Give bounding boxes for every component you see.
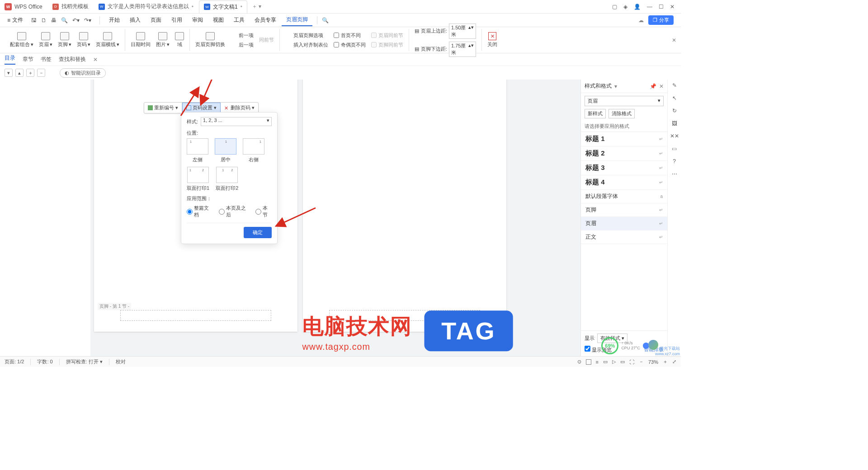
footer-area[interactable] [120,310,271,321]
tab-templates[interactable]: D 找稻壳模板 [48,0,93,13]
new-style-button[interactable]: 新样式 [585,109,606,118]
header-top-margin[interactable]: ▤页眉上边距:1.50厘米▴▾ [415,24,476,39]
tab-doc-1[interactable]: W 文字是人类用符号记录表达信息以 • [94,0,198,13]
clear-format-button[interactable]: 清除格式 [609,109,635,118]
position-center[interactable]: 1居中 [215,138,236,163]
focus-icon[interactable]: ⊙ [577,359,581,365]
toc-up[interactable]: ▴ [15,69,24,77]
toc-dropdown[interactable]: ▾ [5,69,13,77]
pagenum-button[interactable]: 页码 ▾ [77,32,90,48]
smart-toc-button[interactable]: ◐ 智能识别目录 [60,68,106,78]
field-button[interactable]: 域 [175,32,184,48]
refresh-icon[interactable]: ↻ [672,108,677,114]
collapse-ribbon-icon[interactable]: ✕ [672,37,676,43]
proofing-status[interactable]: 校对 [116,358,126,365]
range-this-section[interactable]: 本节 [255,205,272,218]
header-button[interactable]: 页眉 ▾ [39,32,52,48]
style-header[interactable]: 页眉↵ [581,217,667,230]
different-first-page[interactable]: 首页不同 [334,32,366,39]
help-icon[interactable]: ? [673,158,676,164]
switch-button[interactable]: 页眉页脚切换 [195,32,225,48]
next-button[interactable]: 后一项 [231,42,254,48]
document-canvas[interactable]: ▭▾ 1 页眉 - 第 1 节 - 页脚 - 第 1 节 - 页眉 - 第 2 … [90,80,580,356]
different-odd-even[interactable]: 奇偶页不同 [334,42,366,48]
zoom-out[interactable]: － [639,358,644,365]
view-mode-2[interactable]: ≡ [596,359,599,365]
style-select[interactable]: 1, 2, 3 ...▾ [201,117,272,126]
close-icon[interactable]: ✕ [670,4,675,10]
style-body[interactable]: 正文↵ [581,230,667,244]
toc-add[interactable]: ＋ [26,69,34,77]
page-indicator[interactable]: 页面: 1/2 [5,358,24,365]
cursor-icon[interactable]: ↖ [672,95,677,101]
more-icon[interactable]: ⋯ [672,171,677,177]
nav-find-replace[interactable]: 查找和替换 [59,56,86,63]
delete-pagenum-button[interactable]: ✕删除页码 ▾ [221,103,258,113]
duplex-2[interactable]: 12双面打印2 [216,167,238,192]
range-this-and-after[interactable]: 本页及之后 [219,205,249,218]
nav-chapter[interactable]: 章节 [23,56,33,63]
menu-member[interactable]: 会员专享 [250,14,281,26]
menu-page[interactable]: 页面 [146,14,166,26]
avatar-icon[interactable]: 👤 [634,4,641,10]
renumber-button[interactable]: 重新编号 ▾ [144,103,182,113]
menu-view[interactable]: 视图 [208,14,228,26]
position-right[interactable]: 1右侧 [243,138,264,163]
new-tab-button[interactable]: ＋ ▾ [248,3,265,10]
minimize-icon[interactable]: — [647,4,652,10]
header-footer-options[interactable]: 页眉页脚选项 [285,32,328,39]
insert-align-tab[interactable]: 插入对齐制表位 [285,42,328,48]
toc-remove[interactable]: － [37,69,45,77]
tab-doc-2[interactable]: W 文字文稿1 • [199,0,247,13]
header-line-button[interactable]: 页眉横线 ▾ [96,32,119,48]
duplex-1[interactable]: 12双面打印1 [187,167,209,192]
pin-icon[interactable]: 📌 [650,83,656,89]
fit-icon[interactable]: ⛶ [629,359,634,365]
zoom-value[interactable]: 73% [648,359,658,365]
view-mode-1[interactable] [586,359,591,365]
menu-review[interactable]: 审阅 [188,14,208,26]
range-whole-doc[interactable]: 整篇文档 [187,205,212,218]
menu-reference[interactable]: 引用 [167,14,187,26]
cloud-icon[interactable]: ☁ [638,17,644,24]
zoom-in[interactable]: ＋ [663,358,668,365]
menu-insert[interactable]: 插入 [125,14,145,26]
style-heading-1[interactable]: 标题 1↵ [581,132,667,146]
prev-button[interactable]: 前一项 [231,32,254,39]
close-header-footer-button[interactable]: ✕关闭 [487,32,497,48]
footer-button[interactable]: 页脚 ▾ [58,32,71,48]
position-left[interactable]: 1左侧 [187,138,208,163]
redo-icon[interactable]: ↷▾ [84,17,91,24]
view-mode-3[interactable]: ▭ [603,359,608,365]
combo-button[interactable]: 配套组合 ▾ [10,32,33,48]
nav-bookmark[interactable]: 书签 [41,56,52,63]
cube-icon[interactable]: ◈ [623,4,627,10]
close-panel-icon[interactable]: ✕ [659,83,664,89]
ok-button[interactable]: 确定 [244,227,272,238]
menu-header-footer[interactable]: 页眉页脚 [282,14,312,26]
fullscreen-icon[interactable]: ⤢ [672,359,676,365]
footer-bottom-margin[interactable]: ▤页脚下边距:1.75厘米▴▾ [415,42,476,57]
gallery-icon[interactable]: 🖼 [672,120,677,127]
open-icon[interactable]: 🗋 [41,17,47,24]
style-heading-4[interactable]: 标题 4↵ [581,175,667,190]
search-icon[interactable]: 🔍 [322,17,329,24]
style-default-font[interactable]: 默认段落字体a [581,190,667,203]
style-heading-3[interactable]: 标题 3↵ [581,161,667,175]
nav-toc[interactable]: 目录 [5,54,15,65]
brush-icon[interactable]: ✎ [672,82,677,89]
spell-check-status[interactable]: 拼写检查: 打开 ▾ [66,358,103,365]
print-icon[interactable]: 🖶 [51,17,57,24]
word-count[interactable]: 字数: 0 [37,358,52,365]
current-style-dropdown[interactable]: 页眉▾ [585,96,664,106]
file-menu[interactable]: ≡ 文件 [4,15,27,25]
view-mode-4[interactable]: ▷ [612,359,616,365]
style-footer[interactable]: 页脚↵ [581,203,667,217]
tool-icon[interactable]: ✕✕ [670,133,679,139]
undo-icon[interactable]: ↶▾ [72,17,80,24]
view-mode-5[interactable]: ▭ [620,359,625,365]
picture-button[interactable]: 图片 ▾ [156,32,170,48]
pagenum-setup-button[interactable]: 页码设置 ▾ [182,103,221,113]
panel-icon[interactable]: ▢ [612,4,617,10]
menu-tools[interactable]: 工具 [229,14,249,26]
